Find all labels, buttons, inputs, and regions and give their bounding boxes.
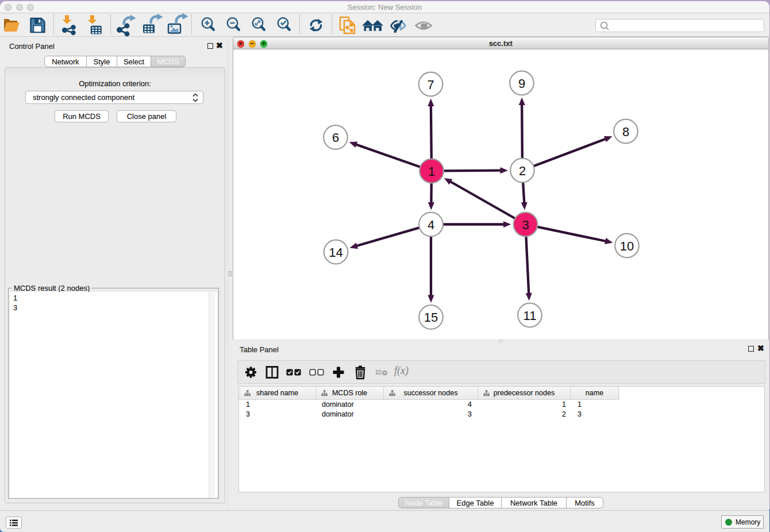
- svg-text:1: 1: [428, 164, 435, 179]
- svg-text:14: 14: [329, 245, 342, 260]
- svg-text:2: 2: [519, 164, 526, 178]
- svg-text:15: 15: [424, 310, 438, 325]
- svg-text:11: 11: [523, 309, 537, 323]
- svg-text:10: 10: [620, 239, 634, 253]
- svg-text:9: 9: [518, 76, 525, 91]
- svg-text:8: 8: [622, 125, 629, 139]
- svg-text:4: 4: [428, 218, 434, 232]
- svg-text:6: 6: [332, 130, 339, 145]
- svg-text:3: 3: [522, 218, 529, 232]
- svg-text:7: 7: [427, 78, 434, 92]
